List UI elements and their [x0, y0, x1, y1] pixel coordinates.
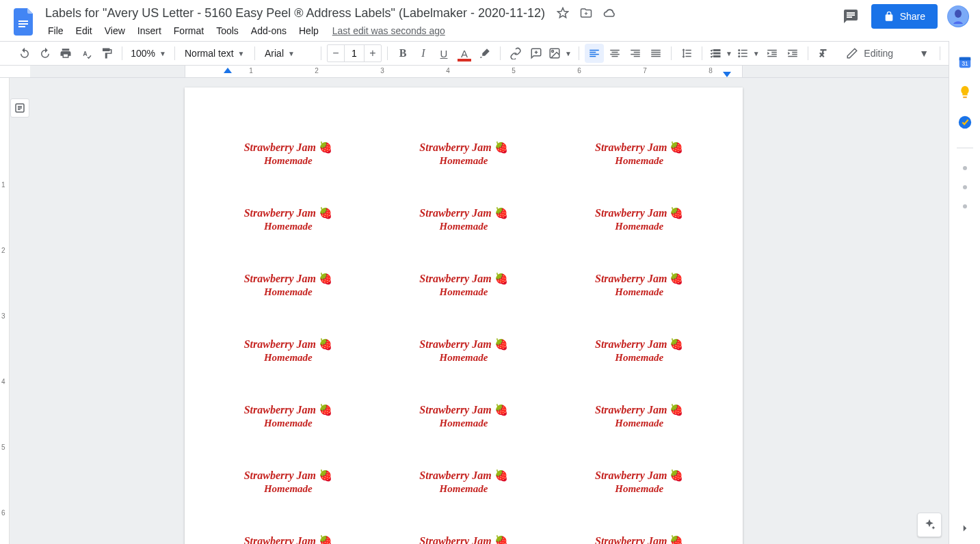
label-cell[interactable]: Strawberry Jam 🍓	[556, 515, 722, 543]
clear-formatting-button[interactable]	[814, 44, 833, 63]
vruler-tick: 2	[1, 247, 5, 254]
align-right-button[interactable]	[626, 44, 645, 63]
account-avatar[interactable]	[947, 5, 969, 27]
insert-image-button[interactable]: ▼	[547, 47, 573, 59]
ruler-tick: 3	[380, 67, 384, 74]
editing-mode-dropdown[interactable]: Editing ▼	[840, 44, 934, 62]
editor-canvas[interactable]: Strawberry Jam 🍓HomemadeStrawberry Jam 🍓…	[30, 78, 949, 544]
label-cell[interactable]: Strawberry Jam 🍓Homemade	[381, 318, 547, 384]
label-cell[interactable]: Strawberry Jam 🍓Homemade	[205, 253, 371, 318]
svg-text:31: 31	[962, 61, 968, 67]
label-line1: Strawberry Jam 🍓	[595, 469, 683, 482]
text-color-button[interactable]: A	[455, 44, 474, 63]
label-cell[interactable]: Strawberry Jam 🍓Homemade	[381, 187, 547, 253]
horizontal-ruler[interactable]: 12345678	[0, 66, 980, 78]
addon-dot[interactable]	[963, 166, 967, 170]
font-size-input[interactable]	[344, 45, 365, 62]
addon-dot[interactable]	[963, 185, 967, 189]
cloud-status-icon[interactable]	[601, 5, 618, 21]
label-cell[interactable]: Strawberry Jam 🍓Homemade	[381, 384, 547, 450]
label-cell[interactable]: Strawberry Jam 🍓	[381, 515, 547, 543]
last-edit-status[interactable]: Last edit was seconds ago	[332, 25, 445, 36]
hide-sidepanel-button[interactable]	[957, 521, 972, 536]
align-left-button[interactable]	[585, 44, 604, 63]
label-cell[interactable]: Strawberry Jam 🍓Homemade	[556, 384, 722, 450]
explore-button[interactable]	[917, 513, 942, 537]
label-cell[interactable]: Strawberry Jam 🍓Homemade	[205, 384, 371, 450]
menu-insert[interactable]: Insert	[132, 23, 167, 39]
menu-edit[interactable]: Edit	[70, 23, 98, 39]
svg-point-6	[552, 51, 554, 53]
font-size-increase[interactable]: +	[365, 45, 381, 62]
spellcheck-button[interactable]	[77, 44, 96, 63]
addon-dot[interactable]	[963, 204, 967, 208]
left-indent-marker[interactable]	[224, 68, 232, 73]
menu-help[interactable]: Help	[293, 23, 324, 39]
toolbar: 100%▼ Normal text▼ Arial▼ − + B I U A ▼ …	[0, 41, 980, 66]
increase-indent-button[interactable]	[783, 44, 802, 63]
label-line1: Strawberry Jam 🍓	[244, 403, 332, 416]
italic-button[interactable]: I	[414, 44, 433, 63]
add-comment-button[interactable]	[527, 44, 546, 63]
tasks-addon-icon[interactable]	[957, 115, 972, 130]
menu-addons[interactable]: Add-ons	[246, 23, 292, 39]
menu-file[interactable]: File	[42, 23, 69, 39]
line-spacing-button[interactable]	[677, 44, 696, 63]
svg-point-8	[738, 53, 740, 55]
label-line1: Strawberry Jam 🍓	[595, 141, 683, 154]
zoom-value: 100%	[131, 48, 155, 59]
label-cell[interactable]: Strawberry Jam 🍓Homemade	[556, 122, 722, 187]
font-size-decrease[interactable]: −	[328, 45, 344, 62]
underline-button[interactable]: U	[434, 44, 453, 63]
label-cell[interactable]: Strawberry Jam 🍓	[205, 515, 371, 543]
redo-button[interactable]	[36, 44, 55, 63]
bulleted-list-button[interactable]: ▼	[735, 47, 761, 59]
label-cell[interactable]: Strawberry Jam 🍓Homemade	[381, 122, 547, 187]
menu-tools[interactable]: Tools	[211, 23, 244, 39]
right-indent-marker[interactable]	[723, 72, 731, 77]
label-cell[interactable]: Strawberry Jam 🍓Homemade	[556, 253, 722, 318]
label-cell[interactable]: Strawberry Jam 🍓Homemade	[556, 318, 722, 384]
document-page[interactable]: Strawberry Jam 🍓HomemadeStrawberry Jam 🍓…	[185, 87, 743, 544]
menu-bar: File Edit View Insert Format Tools Add-o…	[42, 22, 840, 40]
bold-button[interactable]: B	[393, 44, 412, 63]
print-button[interactable]	[56, 44, 75, 63]
label-cell[interactable]: Strawberry Jam 🍓Homemade	[381, 253, 547, 318]
menu-format[interactable]: Format	[168, 23, 209, 39]
label-cell[interactable]: Strawberry Jam 🍓Homemade	[205, 187, 371, 253]
paragraph-style-dropdown[interactable]: Normal text▼	[181, 48, 249, 59]
highlight-button[interactable]	[475, 44, 494, 63]
pencil-icon	[846, 47, 858, 59]
document-outline-button[interactable]	[10, 98, 29, 118]
calendar-addon-icon[interactable]: 31	[957, 55, 972, 70]
label-line2: Homemade	[264, 286, 313, 298]
font-dropdown[interactable]: Arial▼	[261, 48, 315, 59]
label-cell[interactable]: Strawberry Jam 🍓Homemade	[205, 450, 371, 515]
label-line1: Strawberry Jam 🍓	[595, 534, 683, 544]
label-cell[interactable]: Strawberry Jam 🍓Homemade	[556, 450, 722, 515]
label-cell[interactable]: Strawberry Jam 🍓Homemade	[381, 450, 547, 515]
undo-button[interactable]	[15, 44, 34, 63]
share-button[interactable]: Share	[871, 4, 938, 29]
insert-link-button[interactable]	[506, 44, 525, 63]
keep-addon-icon[interactable]	[957, 85, 972, 100]
paint-format-button[interactable]	[97, 44, 116, 63]
decrease-indent-button[interactable]	[763, 44, 782, 63]
menu-view[interactable]: View	[99, 23, 131, 39]
checklist-button[interactable]: ▼	[708, 47, 734, 59]
label-cell[interactable]: Strawberry Jam 🍓Homemade	[556, 187, 722, 253]
document-title[interactable]: Labels for "Avery US Letter - 5160 Easy …	[42, 5, 548, 22]
zoom-dropdown[interactable]: 100%▼	[128, 48, 169, 59]
vruler-tick: 3	[1, 312, 5, 320]
comments-icon[interactable]	[840, 5, 862, 27]
label-cell[interactable]: Strawberry Jam 🍓Homemade	[205, 318, 371, 384]
label-line1: Strawberry Jam 🍓	[244, 534, 332, 544]
align-justify-button[interactable]	[646, 44, 665, 63]
vertical-ruler[interactable]: 123456	[0, 78, 10, 544]
vruler-tick: 6	[1, 509, 5, 517]
move-icon[interactable]	[578, 5, 594, 21]
align-center-button[interactable]	[605, 44, 624, 63]
docs-app-icon[interactable]	[11, 5, 38, 38]
star-icon[interactable]	[555, 5, 571, 21]
label-cell[interactable]: Strawberry Jam 🍓Homemade	[205, 122, 371, 187]
